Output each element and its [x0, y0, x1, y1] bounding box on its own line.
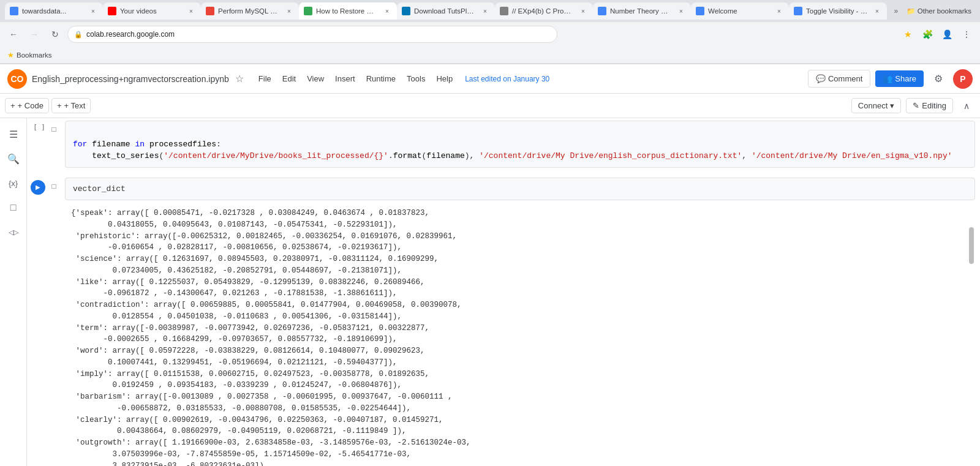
tab-close-btn[interactable]: ×: [676, 6, 686, 16]
security-icon: 🔒: [74, 31, 83, 39]
cell-code-content-2[interactable]: vector_dict: [65, 178, 975, 201]
output-line-20: 'outgrowth': array([ 1.19166900e-03, 2.6…: [71, 437, 960, 449]
colab-app: CO English_preprocessing+ngramvectorscre…: [0, 64, 980, 466]
colab-body: ☰ 🔍 {x} □ ◁▷ [ ] □ for filename in proce…: [0, 118, 980, 466]
cell-expand-btn-2[interactable]: □: [48, 180, 60, 192]
tab-more-btn[interactable]: »: [889, 4, 903, 18]
tab-close-btn[interactable]: ×: [284, 6, 294, 16]
tab-towardsdata[interactable]: towardsdata... ×: [5, 2, 103, 20]
colab-filename: English_preprocessing+ngramvectorscreati…: [32, 74, 229, 84]
tab-favicon: [696, 7, 704, 15]
output-line-21: 3.07503996e-03, -7.87455859e-05, 1.15714…: [71, 449, 960, 460]
forward-btn[interactable]: →: [26, 26, 43, 43]
chrome-actions: ★ 🧩 👤 ⋮: [899, 26, 975, 43]
code-cell-2: ▶ □ vector_dict: [27, 175, 980, 203]
output-line-9: 0.0128554 , 0.04501038, -0.0110683 , 0.0…: [71, 311, 960, 323]
tab-close-btn[interactable]: ×: [88, 6, 98, 16]
tab-welcome[interactable]: Welcome ×: [691, 2, 789, 20]
tab-close-btn[interactable]: ×: [480, 6, 490, 16]
cell-gutter-2: ▶ □: [28, 178, 65, 195]
settings-btn[interactable]: ⚙: [929, 69, 948, 89]
output-line-13: 0.10007441, 0.13299451, -0.05196694, 0.0…: [71, 357, 960, 369]
extensions-btn[interactable]: 🧩: [919, 26, 936, 43]
tab-howrestore[interactable]: How to Restore My... ×: [299, 2, 397, 20]
menu-edit[interactable]: Edit: [277, 72, 301, 86]
menu-file[interactable]: File: [254, 72, 276, 86]
colab-star-btn[interactable]: ☆: [235, 73, 244, 85]
tab-toggle[interactable]: Toggle Visibility - S... ×: [789, 2, 887, 20]
output-line-12: 'word': array([ 0.05972228, -0.03838229,…: [71, 345, 960, 357]
user-avatar[interactable]: P: [953, 69, 973, 89]
colab-logo[interactable]: CO: [7, 69, 27, 89]
sidebar-variables-icon[interactable]: {x}: [2, 172, 24, 194]
output-line-15: 0.0192459 , 0.09354183, -0.0339239 , 0.0…: [71, 380, 960, 391]
menu-insert[interactable]: Insert: [330, 72, 360, 86]
address-bar[interactable]: 🔒 colab.research.google.com: [67, 26, 557, 43]
output-line-19: 0.00438664, 0.08602979, -0.04905119, 0.0…: [71, 426, 960, 437]
editing-icon: ✎: [913, 101, 919, 110]
address-bar-row: ← → ↻ 🔒 colab.research.google.com ★ 🧩 👤 …: [0, 22, 980, 47]
tab-close-btn[interactable]: ×: [774, 6, 784, 16]
menu-view[interactable]: View: [302, 72, 329, 86]
output-line-22: 3.83273915e-03, -6.80323631e-03]),: [71, 460, 960, 467]
connect-dropdown-icon: ▾: [890, 101, 894, 110]
cell-code-content-1[interactable]: for filename in processedfiles: text_to_…: [65, 121, 975, 168]
menu-help[interactable]: Help: [431, 72, 458, 86]
add-code-btn[interactable]: + + Code: [5, 98, 49, 113]
back-btn[interactable]: ←: [5, 26, 22, 43]
cell-expand-btn[interactable]: □: [48, 123, 60, 135]
other-bookmarks-btn[interactable]: 📁 Other bookmarks: [903, 4, 975, 18]
tab-favicon: [304, 7, 312, 15]
sidebar-code-icon[interactable]: ◁▷: [2, 221, 24, 243]
colab-header: CO English_preprocessing+ngramvectorscre…: [0, 64, 980, 94]
output-cell: {'speak': array([ 0.00085471, -0.0217328…: [27, 203, 980, 466]
share-btn[interactable]: 👥 Share: [875, 70, 924, 87]
editing-badge[interactable]: ✎ Editing: [906, 98, 953, 113]
tab-close-btn[interactable]: ×: [872, 6, 882, 16]
add-text-btn[interactable]: + + Text: [51, 98, 91, 113]
tab-cprog[interactable]: // EXp4(b) C Progra... ×: [495, 2, 593, 20]
profile-btn[interactable]: 👤: [938, 26, 956, 43]
cell-output: {'speak': array([ 0.00085471, -0.0217328…: [64, 203, 968, 466]
tab-label: How to Restore My...: [316, 7, 379, 15]
last-edited-link[interactable]: Last edited on January 30: [465, 75, 549, 83]
bookmarks-item[interactable]: ★ Bookmarks: [4, 48, 56, 62]
sidebar-files-icon[interactable]: □: [2, 197, 24, 219]
run-cell-btn[interactable]: ▶: [31, 180, 45, 195]
sidebar-menu-icon[interactable]: ☰: [2, 123, 24, 145]
tab-close-btn[interactable]: ×: [382, 6, 392, 16]
tab-favicon: [206, 7, 214, 15]
tab-close-btn[interactable]: ×: [186, 6, 196, 16]
left-sidebar: ☰ 🔍 {x} □ ◁▷: [0, 118, 27, 466]
tab-label: // EXp4(b) C Progra...: [512, 7, 575, 15]
output-line-2: 'prehistoric': array([-0.00625312, 0.001…: [71, 231, 960, 242]
tab-close-btn[interactable]: ×: [578, 6, 588, 16]
bookmark-btn[interactable]: ★: [899, 26, 916, 43]
menu-btn[interactable]: ⋮: [958, 26, 975, 43]
share-icon: 👥: [883, 74, 892, 83]
tab-favicon: [10, 7, 18, 15]
cell-run-status: [ ]: [33, 123, 45, 131]
tab-yourvideos[interactable]: Your videos ×: [103, 2, 201, 20]
notebook-area[interactable]: [ ] □ for filename in processedfiles: te…: [27, 118, 980, 466]
comment-btn[interactable]: 💬 Comment: [808, 70, 870, 88]
tab-download[interactable]: Download TutsPlus... ×: [397, 2, 495, 20]
colab-toolbar: + + Code + + Text Connect ▾ ✎ Editing ∧: [0, 94, 980, 118]
collapse-toolbar-btn[interactable]: ∧: [958, 97, 975, 115]
output-line-11: -0.0002655 , 0.16684299, -0.09703657, 0.…: [71, 334, 960, 345]
plus-icon: +: [10, 101, 15, 110]
output-line-3: -0.0160654 , 0.02828117, -0.00810656, 0.…: [71, 242, 960, 254]
header-actions: 💬 Comment 👥 Share ⚙ P: [808, 69, 973, 89]
tab-numbertheory[interactable]: Number Theory wit... ×: [593, 2, 691, 20]
tab-mysql[interactable]: Perform MySQL bac... ×: [201, 2, 299, 20]
tab-label: Toggle Visibility - S...: [806, 7, 869, 15]
colab-menu: File Edit View Insert Runtime Tools Help: [254, 72, 458, 86]
scrollbar-thumb[interactable]: [969, 227, 974, 264]
bookmarks-bar: ★ Bookmarks: [0, 47, 980, 64]
menu-runtime[interactable]: Runtime: [361, 72, 401, 86]
menu-tools[interactable]: Tools: [402, 72, 430, 86]
sidebar-search-icon[interactable]: 🔍: [2, 148, 24, 170]
output-line-7: -0.0961872 , -0.14300647, 0.021263 , -0.…: [71, 288, 960, 299]
reload-btn[interactable]: ↻: [47, 26, 64, 43]
connect-btn[interactable]: Connect ▾: [851, 98, 901, 113]
